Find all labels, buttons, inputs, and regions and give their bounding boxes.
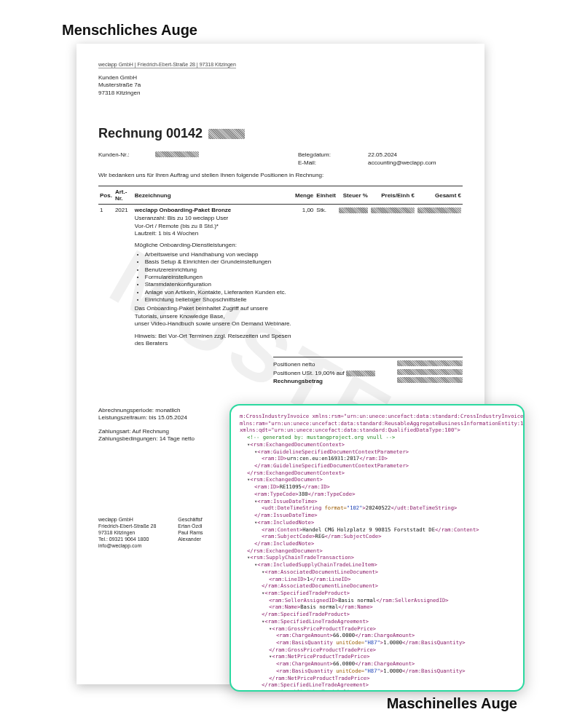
redacted-block [208, 129, 245, 139]
xml-el: </ram:GuidelineSpecifiedDocumentContextP… [254, 462, 409, 469]
col-preis: Preis/Einh € [369, 186, 416, 205]
xml-comment: <!-- generated by: mustangproject.org vn… [247, 434, 395, 440]
redacted-sum [397, 377, 463, 383]
xml-el: <rsm:ExchangedDocument> [250, 476, 323, 483]
redacted-vat-base [346, 371, 375, 376]
manager: Alexander [178, 536, 203, 542]
company-city: 97318 Kitzingen [98, 529, 156, 536]
company-name: weclapp GmbH [98, 516, 156, 523]
bullet-item: Benutzereinrichtung [145, 266, 292, 274]
xml-val: 66.0000 [333, 632, 355, 638]
xml-ns: xmlns:qdt="urn:un:unece:uncefact:data:st… [240, 427, 460, 433]
redacted-price [371, 207, 415, 213]
cell-pos: 1 [98, 205, 114, 350]
desc-line: Vor-Ort / Remote (bis zu 8 Std.)* [135, 223, 292, 230]
col-gesamt: Gesamt € [416, 186, 463, 205]
col-pos: Pos. [98, 186, 114, 205]
xml-el: <ram:SpecifiedTradeProduct> [264, 590, 350, 596]
col-einheit: Einheit [315, 186, 337, 205]
invoice-number: Rechnung 00142 [98, 126, 203, 141]
desc-line: Laufzeit: 1 bis 4 Wochen [135, 230, 292, 237]
sender-address: weclapp GmbH | Friedrich-Ebert-Straße 28… [98, 62, 236, 68]
xml-val: urn:cen.eu:en16931:2017 [287, 455, 360, 462]
docdate-label: Belegdatum: [298, 151, 350, 158]
company-tel: Tel.: 09321 9064 1800 [98, 536, 156, 542]
bullet-item: Stammdatenkonfiguration [145, 281, 292, 288]
xml-val: 66.0000 [333, 660, 355, 667]
xml-val: REG [315, 533, 325, 539]
xml-el: </ram:GrossPriceProductTradePrice> [269, 646, 376, 653]
totals-vat-label: Positionen USt. 19,00% auf [273, 370, 345, 376]
xml-panel: m:CrossIndustryInvoice xmlns:rsm="urn:un… [230, 404, 525, 692]
xml-attr-val: 102 [350, 505, 359, 511]
redacted-total [417, 207, 461, 213]
col-artnr: Art.-Nr. [114, 186, 133, 205]
col-menge: Menge [294, 186, 315, 205]
xml-val: Basis normal [300, 604, 338, 610]
xml-el: </ram:IssueDateTime> [254, 512, 318, 518]
xml-val: 20240522 [366, 505, 391, 511]
desc-line: Das Onboarding-Paket beinhaltet Zugriff … [135, 305, 292, 320]
manager: Ertan Özdi [178, 523, 203, 529]
company-mail: info@weclapp.com [98, 542, 156, 549]
desc-line: unser Video-Handbuch sowie unsere On Dem… [135, 320, 292, 328]
redacted-sum [397, 360, 463, 366]
table-row: 1 2021 weclapp Onboarding-Paket Bronze U… [98, 205, 463, 350]
xml-attr-val: H87 [368, 668, 377, 674]
invoice-title: Rechnung 00142 [98, 126, 463, 141]
docdate-value: 22.05.2024 [368, 151, 463, 158]
xml-el: <ram:SpecifiedLineTradeDelivery> [264, 689, 365, 692]
xml-root: m:CrossIndustryInvoice xmlns:rsm="urn:un… [240, 413, 525, 419]
xml-el: <ram:IncludedSupplyChainTradeLineItem> [257, 561, 377, 568]
xml-el: </ram:SpecifiedTradeProduct> [262, 611, 350, 617]
xml-el: </ram:SpecifiedLineTradeAgreement> [262, 681, 369, 688]
company-street: Friedrich-Ebert-Straße 28 [98, 523, 156, 529]
cell-artnr: 2021 [114, 205, 133, 350]
label-human-eye: Menschliches Auge [62, 22, 197, 39]
recipient-name: Kunden GmbH [98, 74, 463, 82]
xml-el: <ram:IncludedNote> [257, 519, 314, 526]
xml-el: <ram:SpecifiedLineTradeAgreement> [264, 618, 369, 625]
recipient-city: 97318 Kitzingen [98, 90, 463, 97]
customer-label: Kunden-Nr.: [98, 151, 151, 158]
xml-el: </rsm:ExchangedDocument> [247, 547, 323, 554]
xml-val: Basis normal [338, 597, 376, 604]
email-label: E-Mail: [298, 159, 350, 166]
totals-net-label: Positionen netto [273, 360, 315, 368]
xml-val: 380 [299, 491, 308, 497]
desc-line: Hinweis: Bei Vor-Ort Terminen zzgl. Reis… [135, 333, 292, 348]
xml-val: RE11095 [280, 483, 302, 490]
col-steuer: Steuer % [337, 186, 369, 205]
email-value: accounting@weclapp.com [368, 159, 463, 166]
intro-text: Wir bedanken uns für Ihren Auftrag und s… [98, 172, 463, 178]
totals-sum-label: Rechnungsbetrag [273, 377, 323, 385]
xml-val: 1.0000 [383, 639, 402, 646]
bullet-item: Anlage von Artikeln, Kontakte, Lieferant… [145, 289, 292, 296]
xml-el: <ram:IssueDateTime> [257, 498, 317, 505]
xml-el: <rsm:SupplyChainTradeTransaction> [250, 554, 354, 561]
line-items-table: Pos. Art.-Nr. Bezeichnung Menge Einheit … [98, 186, 463, 349]
manager: Paul Rams [178, 529, 203, 536]
xml-el: <ram:NetPriceProductTradePrice> [272, 653, 369, 660]
bullet-item: Formulareinstellungen [145, 274, 292, 281]
xml-val: Handel CMG Holzplatz 9 90815 Forststadt … [302, 526, 435, 533]
bullet-item: Einrichtung beliebiger Shopschnittstelle [145, 296, 292, 304]
recipient-street: Musterstraße 7a [98, 82, 463, 89]
cell-qty: 1,00 [294, 205, 315, 350]
product-name: weclapp Onboarding-Paket Bronze [135, 207, 292, 213]
xml-el: <ram:GrossPriceProductTradePrice> [272, 625, 376, 632]
xml-el: </ram:IncludedNote> [254, 540, 314, 547]
mgmt-label: Geschäftsf [178, 516, 203, 523]
label-machine-eye: Maschinelles Auge [387, 695, 517, 712]
redacted-customer [155, 151, 199, 157]
xml-attr-val: H87 [368, 639, 377, 646]
xml-el: <rsm:ExchangedDocumentContext> [250, 441, 345, 448]
bullet-item: Arbeitsweise und Handhabung von weclapp [145, 251, 292, 258]
totals-block: Positionen netto Positionen USt. 19,00% … [273, 357, 463, 385]
bullet-item: Basis Setup & Einrichten der Grundeinste… [145, 258, 292, 266]
xml-ns: mlns:ram="urn:un:unece:uncefact:data:sta… [240, 420, 525, 427]
desc-line: Useranzahl: Bis zu 10 weclapp User [135, 215, 292, 222]
redacted-sum [397, 369, 463, 375]
xml-el: <ram:GuidelineSpecifiedDocumentContextPa… [257, 448, 409, 455]
xml-el: </ram:AssociatedDocumentLineDocument> [262, 582, 378, 589]
